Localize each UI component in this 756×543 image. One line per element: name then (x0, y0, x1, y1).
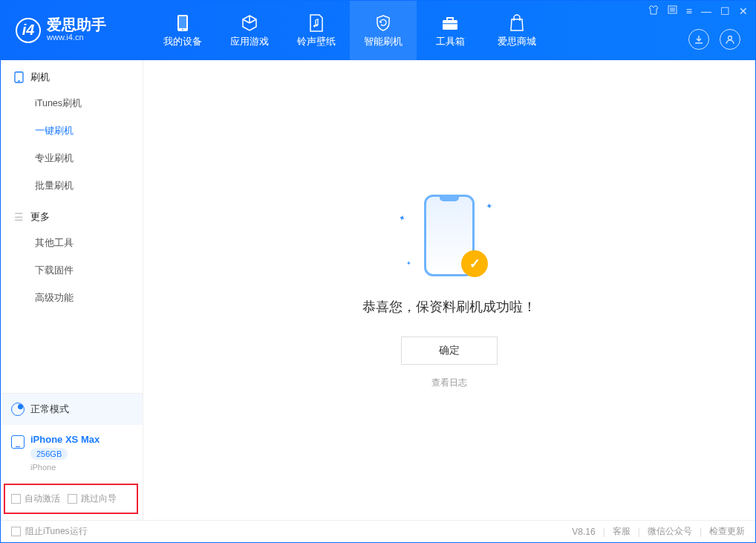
svg-rect-6 (443, 23, 457, 25)
checkbox-icon (11, 494, 21, 504)
footer-right: V8.16 | 客服 | 微信公众号 | 检查更新 (572, 525, 745, 538)
tab-label: 我的设备 (163, 35, 202, 48)
sidebar-item-advanced[interactable]: 高级功能 (1, 284, 143, 312)
footer: 阻止iTunes运行 V8.16 | 客服 | 微信公众号 | 检查更新 (1, 520, 755, 542)
tab-store[interactable]: 爱思商城 (483, 1, 550, 60)
tab-apps-games[interactable]: 应用游戏 (216, 1, 283, 60)
minimize-icon[interactable]: ― (701, 5, 711, 17)
list-icon[interactable] (668, 5, 677, 17)
sidebar-item-oneclick-flash[interactable]: 一键刷机 (1, 117, 143, 145)
bag-icon (507, 13, 527, 33)
maximize-icon[interactable]: ☐ (720, 5, 730, 17)
app-window: i4 爱思助手 www.i4.cn 我的设备 应用游戏 (0, 0, 756, 543)
shield-refresh-icon (374, 13, 393, 33)
sparkle-icon: ✦ (397, 212, 406, 224)
mode-label: 正常模式 (30, 403, 69, 416)
sidebar-item-pro-flash[interactable]: 专业刷机 (1, 145, 143, 172)
menu-icon[interactable]: ≡ (686, 5, 692, 17)
app-title: 爱思助手 (47, 17, 106, 32)
body: 刷机 iTunes刷机 一键刷机 专业刷机 批量刷机 ☰ 更多 其他工具 下载固… (1, 60, 755, 520)
tab-label: 工具箱 (436, 35, 465, 48)
view-log-link[interactable]: 查看日志 (431, 377, 467, 389)
checkbox-label: 自动激活 (25, 492, 60, 505)
storage-badge: 256GB (30, 448, 68, 460)
sparkle-icon: ✦ (485, 201, 493, 211)
options-highlight-box: 自动激活 跳过向导 (4, 484, 138, 514)
download-button[interactable] (688, 29, 709, 50)
confirm-button[interactable]: 确定 (401, 336, 498, 365)
checkbox-label: 跳过向导 (81, 492, 117, 505)
wechat-link[interactable]: 微信公众号 (648, 525, 692, 538)
app-subtitle: www.i4.cn (47, 32, 106, 43)
svg-point-3 (313, 25, 316, 27)
auto-activate-checkbox[interactable]: 自动激活 (11, 492, 60, 505)
logo-icon: i4 (16, 18, 41, 43)
sidebar-item-batch-flash[interactable]: 批量刷机 (1, 172, 143, 200)
sidebar-section-more: ☰ 更多 (1, 200, 143, 230)
header-right-icons (688, 29, 740, 50)
close-icon[interactable]: ✕ (739, 5, 748, 17)
checkbox-label: 阻止iTunes运行 (25, 525, 88, 538)
tab-ringtones-wallpapers[interactable]: 铃声壁纸 (283, 1, 350, 60)
svg-point-11 (729, 36, 732, 40)
sidebar-item-itunes-flash[interactable]: iTunes刷机 (1, 90, 143, 117)
device-name: iPhone XS Max (30, 434, 100, 445)
success-illustration: ✦ ✦ ✦ ✓ (390, 191, 509, 280)
sparkle-icon: ✦ (406, 260, 411, 267)
sidebar-section-flash: 刷机 (1, 60, 143, 90)
tshirt-icon[interactable] (648, 5, 659, 17)
phone-icon (173, 13, 192, 33)
device-section-icon (13, 71, 25, 83)
toolbox-icon (440, 13, 460, 33)
check-badge-icon: ✓ (461, 250, 488, 277)
logo-area: i4 爱思助手 www.i4.cn (1, 17, 149, 43)
svg-point-2 (182, 29, 183, 30)
svg-rect-1 (179, 16, 186, 28)
tab-toolbox[interactable]: 工具箱 (417, 1, 483, 60)
tab-my-device[interactable]: 我的设备 (149, 1, 216, 60)
device-mode-row[interactable]: 正常模式 (1, 394, 143, 425)
checkbox-icon (11, 527, 21, 536)
device-info-row[interactable]: iPhone XS Max 256GB iPhone (1, 425, 143, 481)
sidebar-item-other-tools[interactable]: 其他工具 (1, 230, 143, 257)
device-type: iPhone (30, 463, 100, 472)
main-content: ✦ ✦ ✦ ✓ 恭喜您，保资料刷机成功啦！ 确定 查看日志 (143, 60, 755, 520)
svg-point-4 (316, 24, 318, 26)
block-itunes-checkbox[interactable]: 阻止iTunes运行 (11, 525, 88, 538)
device-icon (11, 435, 25, 449)
success-title: 恭喜您，保资料刷机成功啦！ (362, 298, 536, 316)
tab-smart-flash[interactable]: 智能刷机 (350, 1, 417, 60)
user-button[interactable] (720, 29, 740, 50)
svg-rect-5 (443, 20, 457, 30)
tab-label: 铃声壁纸 (297, 35, 336, 48)
tab-label: 智能刷机 (364, 35, 403, 48)
more-section-icon: ☰ (13, 211, 25, 223)
tab-label: 爱思商城 (498, 35, 536, 48)
device-panel: 正常模式 iPhone XS Max 256GB iPhone 自动激活 (1, 393, 143, 520)
skip-guide-checkbox[interactable]: 跳过向导 (68, 492, 117, 505)
checkbox-icon (68, 494, 77, 504)
sidebar: 刷机 iTunes刷机 一键刷机 专业刷机 批量刷机 ☰ 更多 其他工具 下载固… (1, 60, 143, 520)
music-file-icon (307, 13, 326, 33)
nav-tabs: 我的设备 应用游戏 铃声壁纸 智能刷机 (149, 1, 550, 60)
section-title: 更多 (30, 210, 50, 224)
support-link[interactable]: 客服 (613, 525, 630, 538)
mode-icon (11, 403, 25, 416)
check-update-link[interactable]: 检查更新 (709, 525, 745, 538)
version-label: V8.16 (572, 527, 595, 537)
section-title: 刷机 (30, 71, 50, 84)
header: i4 爱思助手 www.i4.cn 我的设备 应用游戏 (1, 1, 755, 60)
sidebar-item-download-firmware[interactable]: 下载固件 (1, 257, 143, 284)
cube-icon (240, 13, 259, 33)
tab-label: 应用游戏 (230, 35, 269, 48)
window-controls: ≡ ― ☐ ✕ (648, 5, 748, 17)
